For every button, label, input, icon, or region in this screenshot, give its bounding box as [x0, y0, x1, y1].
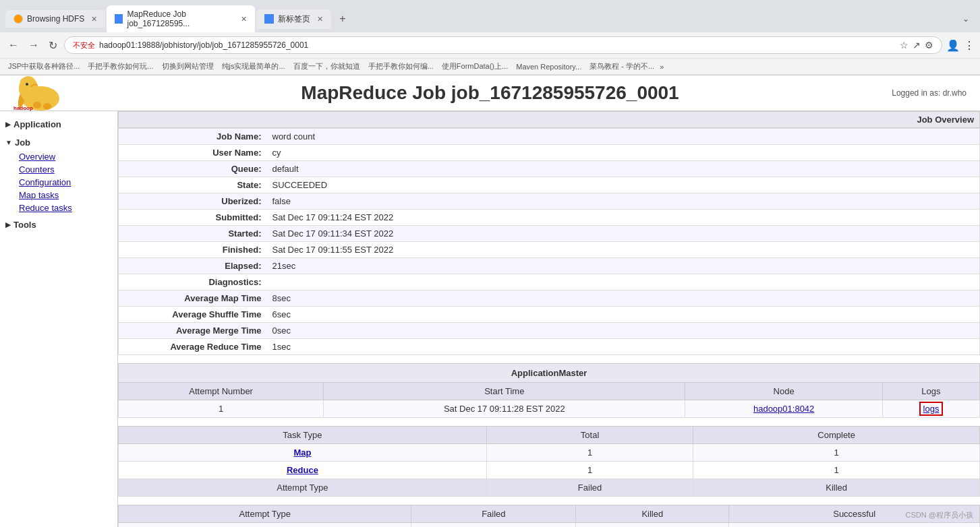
attempt-col-killed: Killed — [693, 479, 980, 497]
overview-value: 21sec — [267, 258, 980, 274]
table-row: State:SUCCEEDED — [119, 177, 980, 193]
sidebar-tools-header[interactable]: ▶ Tools — [0, 217, 117, 232]
attempt-counts-header: Attempt Type Failed Killed Successful — [119, 505, 980, 523]
appmaster-body: 1 Sat Dec 17 09:11:28 EST 2022 hadoop01:… — [119, 400, 980, 418]
refresh-button[interactable]: ↻ — [46, 38, 60, 53]
tab-close-3[interactable]: ✕ — [317, 15, 323, 24]
appmaster-header: Attempt Number Start Time Node Logs — [119, 383, 980, 400]
table-row: Average Merge Time0sec — [119, 323, 980, 339]
bookmark-3[interactable]: 切换到网站管理 — [159, 60, 217, 73]
task-counts-table: Task Type Total Complete Map 1 1 Reduce … — [118, 426, 980, 497]
bookmarks-more[interactable]: » — [660, 63, 664, 71]
sidebar-application-header[interactable]: ▶ Application — [0, 117, 117, 132]
content-layout: ▶ Application ▼ Job Overview Counters Co… — [0, 111, 980, 527]
tab-dropdown-button[interactable]: ⌄ — [957, 11, 975, 26]
tab-close-2[interactable]: ✕ — [241, 15, 247, 24]
page-header: hadoop MapReduce Job job_1671285955726_0… — [0, 75, 980, 111]
overview-label: Average Reduce Time — [119, 339, 267, 355]
hadoop-elephant-icon: hadoop — [13, 75, 67, 112]
tab-new-tab[interactable]: 新标签页 ✕ — [256, 9, 331, 29]
table-row: Map 1 1 — [119, 444, 980, 462]
tab-browsing-hdfs[interactable]: Browsing HDFS ✕ — [5, 10, 105, 28]
sidebar-job-section: ▼ Job Overview Counters Configuration Ma… — [0, 135, 117, 214]
security-warning: 不安全 — [73, 40, 95, 51]
overview-label: Queue: — [119, 161, 267, 177]
sidebar-item-configuration[interactable]: Configuration — [13, 176, 117, 189]
svg-text:hadoop: hadoop — [13, 105, 33, 111]
bookmark-6[interactable]: 手把手教你如何编... — [366, 60, 436, 73]
address-bar: ← → ↻ 不安全 hadoop01:19888/jobhistory/job/… — [0, 32, 980, 59]
attemptcol-killed: Killed — [576, 505, 729, 523]
overview-value: 1sec — [267, 339, 980, 355]
forward-button[interactable]: → — [26, 38, 42, 53]
start-time: Sat Dec 17 09:11:28 EST 2022 — [324, 400, 685, 418]
overview-value: cy — [267, 145, 980, 161]
overview-label: User Name: — [119, 145, 267, 161]
bookmark-5[interactable]: 百度一下，你就知道 — [291, 60, 363, 73]
bookmark-star-icon[interactable]: ☆ — [900, 40, 909, 51]
overview-label: Average Merge Time — [119, 323, 267, 339]
tab-label-3: 新标签页 — [278, 13, 310, 25]
application-label: Application — [13, 119, 61, 129]
overview-label: Average Shuffle Time — [119, 307, 267, 323]
bookmark-7[interactable]: 使用FormData()上... — [439, 60, 511, 73]
share-icon[interactable]: ↗ — [913, 40, 921, 51]
bookmark-9[interactable]: 菜鸟教程 - 学的不... — [587, 60, 657, 73]
reduce-link[interactable]: Reduce — [287, 465, 318, 475]
sidebar-item-overview[interactable]: Overview — [13, 150, 117, 163]
profile-icon[interactable]: 👤 — [946, 39, 960, 52]
map-complete: 1 — [693, 444, 980, 462]
overview-label: Elapsed: — [119, 258, 267, 274]
table-row: Reduce 1 1 — [119, 462, 980, 479]
map-link[interactable]: Map — [293, 447, 311, 458]
appmaster-col-node: Node — [685, 383, 883, 400]
maps-failed[interactable]: 0 — [411, 523, 576, 528]
svg-point-2 — [20, 78, 31, 86]
overview-value: Sat Dec 17 09:11:24 EST 2022 — [267, 210, 980, 226]
table-row: Maps 0 0 1 — [119, 523, 980, 528]
watermark: CSDN @程序员小孩 — [906, 510, 973, 520]
overview-label: Job Name: — [119, 129, 267, 145]
table-row: Submitted:Sat Dec 17 09:11:24 EST 2022 — [119, 210, 980, 226]
tab-favicon-1 — [13, 14, 23, 24]
attempt-header-row: Attempt Type Failed Killed — [119, 479, 980, 497]
table-row: Diagnostics: — [119, 274, 980, 290]
taskcol-type: Task Type — [119, 427, 487, 444]
tab-close-1[interactable]: ✕ — [91, 15, 97, 24]
task-type-reduce: Reduce — [119, 462, 487, 479]
logs-cell[interactable]: logs — [882, 400, 979, 418]
tab-mapreduce-job[interactable]: MapReduce Job job_167128595... ✕ — [107, 5, 255, 32]
url-bar[interactable]: 不安全 hadoop01:19888/jobhistory/job/job_16… — [64, 36, 942, 54]
attempt-counts-table: Attempt Type Failed Killed Successful Ma… — [118, 505, 980, 527]
appmaster-caption: ApplicationMaster — [118, 363, 980, 382]
bookmark-2[interactable]: 手把手教你如何玩... — [85, 60, 156, 73]
task-type-map: Map — [119, 444, 487, 462]
menu-icon[interactable]: ⋮ — [964, 39, 975, 52]
sidebar-item-counters[interactable]: Counters — [13, 163, 117, 176]
node-link[interactable]: hadoop01:8042 — [685, 400, 883, 418]
sidebar-item-map-tasks[interactable]: Map tasks — [13, 189, 117, 202]
job-overview-caption: Job Overview — [118, 111, 980, 128]
logs-link[interactable]: logs — [919, 402, 944, 416]
overview-value: SUCCEEDED — [267, 177, 980, 193]
bookmark-1[interactable]: JSP中获取各种路径... — [5, 60, 82, 73]
bookmark-4[interactable]: 纯js实现最简单的... — [219, 60, 288, 73]
svg-point-5 — [43, 103, 51, 110]
table-row: Started:Sat Dec 17 09:11:34 EST 2022 — [119, 226, 980, 242]
table-row: Job Name:word count — [119, 129, 980, 145]
bookmark-8[interactable]: Maven Repository... — [513, 61, 584, 72]
overview-label: State: — [119, 177, 267, 193]
maps-successful[interactable]: 1 — [729, 523, 980, 528]
maps-killed[interactable]: 0 — [576, 523, 729, 528]
tab-bar: Browsing HDFS ✕ MapReduce Job job_167128… — [0, 0, 980, 32]
new-tab-button[interactable]: + — [333, 9, 352, 29]
overview-label: Submitted: — [119, 210, 267, 226]
table-row: 1 Sat Dec 17 09:11:28 EST 2022 hadoop01:… — [119, 400, 980, 418]
sidebar-job-header[interactable]: ▼ Job — [0, 135, 117, 150]
extensions-icon[interactable]: ⚙ — [925, 40, 933, 51]
back-button[interactable]: ← — [5, 38, 22, 53]
table-row: Finished:Sat Dec 17 09:11:55 EST 2022 — [119, 242, 980, 258]
sidebar-item-reduce-tasks[interactable]: Reduce tasks — [13, 202, 117, 214]
attemptcol-type: Attempt Type — [119, 505, 411, 523]
attempt-number: 1 — [119, 400, 324, 418]
